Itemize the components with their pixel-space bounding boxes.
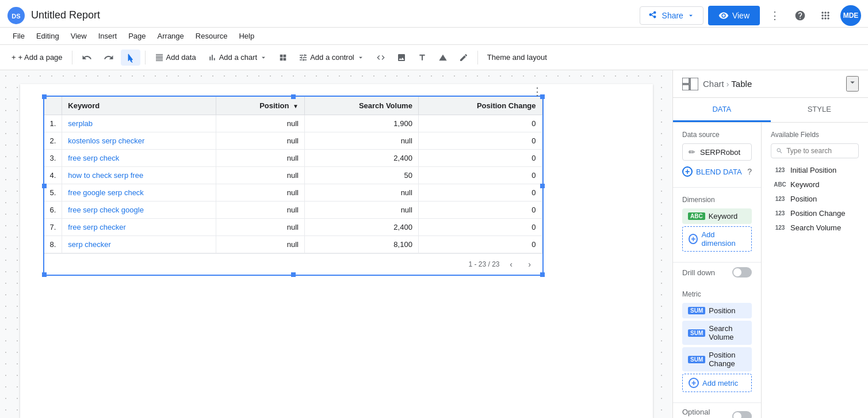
optional-metrics-row: Optional metrics xyxy=(673,403,761,418)
row-search-volume: 2,400 xyxy=(304,150,418,167)
field-name: Initial Position xyxy=(790,166,836,174)
add-metric-button[interactable]: + Add metric xyxy=(682,374,752,392)
more-options-button[interactable]: ⋮ xyxy=(764,5,785,26)
top-actions: Share View ⋮ MDE xyxy=(640,5,861,26)
search-field-container xyxy=(771,143,859,158)
shape-button[interactable] xyxy=(434,50,452,65)
blend-data-help-icon[interactable]: ? xyxy=(747,167,752,176)
menu-editing[interactable]: Editing xyxy=(30,29,65,43)
blend-data-button[interactable]: + BLEND DATA ? xyxy=(682,164,752,179)
resize-handle-mr[interactable] xyxy=(540,184,545,188)
data-source-item[interactable]: ✏ SERPRobot xyxy=(682,143,752,161)
redo-button[interactable] xyxy=(99,50,118,66)
resize-handle-tl[interactable] xyxy=(42,94,47,99)
text-button[interactable] xyxy=(413,50,431,65)
row-position: null xyxy=(216,184,304,202)
menu-help[interactable]: Help xyxy=(233,29,260,43)
panel-chart-icon xyxy=(682,78,698,90)
resize-handle-ml[interactable] xyxy=(42,184,47,188)
metric-label: Search Volume xyxy=(709,324,746,341)
menu-arrange[interactable]: Arrange xyxy=(152,29,190,43)
avatar[interactable]: MDE xyxy=(840,5,861,26)
draw-button[interactable] xyxy=(454,50,473,65)
table-row: 1. serplab null 1,900 0 xyxy=(44,115,542,132)
resize-handle-tm[interactable] xyxy=(291,94,296,99)
metric-pill[interactable]: SUMPosition xyxy=(682,303,752,318)
field-list-item[interactable]: 123Position Change xyxy=(771,206,859,221)
select-tool-button[interactable] xyxy=(121,50,140,66)
image-button[interactable] xyxy=(392,50,411,65)
theme-layout-button[interactable]: Theme and layout xyxy=(483,50,552,64)
code-button[interactable] xyxy=(372,50,390,65)
row-position-change: 0 xyxy=(418,150,542,167)
add-chart-label: Add a chart xyxy=(219,53,258,62)
metric-pill[interactable]: SUMSearch Volume xyxy=(682,321,752,345)
resize-handle-tr[interactable] xyxy=(540,94,545,99)
breadcrumb-table: Table xyxy=(731,79,752,89)
available-fields-panel: Available Fields 123Initial PositionABCK… xyxy=(762,123,868,418)
page-next-button[interactable]: › xyxy=(523,257,537,271)
row-keyword[interactable]: how to check serp free xyxy=(62,167,216,184)
add-dimension-button[interactable]: + Add dimension xyxy=(682,226,752,252)
row-keyword[interactable]: serp checker xyxy=(62,236,216,253)
field-list-item[interactable]: 123Position xyxy=(771,192,859,206)
share-button[interactable]: Share xyxy=(640,6,703,25)
pencil-icon: ✏ xyxy=(689,147,695,157)
row-keyword[interactable]: free serp check google xyxy=(62,202,216,219)
field-type-icon: ABC xyxy=(773,181,787,188)
help-button[interactable] xyxy=(790,5,810,26)
menu-view[interactable]: View xyxy=(65,29,93,43)
undo-button[interactable] xyxy=(77,50,97,66)
row-keyword[interactable]: kostenlos serp checker xyxy=(62,132,216,150)
search-input[interactable] xyxy=(786,147,854,155)
panel-expand-button[interactable] xyxy=(846,76,859,92)
tab-data[interactable]: DATA xyxy=(673,98,771,122)
data-table: Keyword Position ▼ Search Volume Positio… xyxy=(44,97,542,253)
blend-data-plus-icon: + xyxy=(682,166,693,177)
apps-button[interactable] xyxy=(815,5,836,26)
report-page: ⋮ Keyword Position ▼ xyxy=(20,84,653,418)
add-control-extra-button[interactable] xyxy=(274,51,292,64)
col-position-change[interactable]: Position Change xyxy=(418,97,542,115)
canvas-area[interactable]: ⋮ Keyword Position ▼ xyxy=(0,70,672,418)
menu-insert[interactable]: Insert xyxy=(93,29,123,43)
panel-body: Data source ✏ SERPRobot + BLEND DATA ? D… xyxy=(673,123,868,418)
row-keyword[interactable]: free serp checker xyxy=(62,219,216,236)
resize-handle-bl[interactable] xyxy=(42,272,47,277)
share-label: Share xyxy=(662,11,683,20)
panel-left: Data source ✏ SERPRobot + BLEND DATA ? D… xyxy=(673,123,762,418)
field-list-item[interactable]: 123Initial Position xyxy=(771,163,859,177)
row-keyword[interactable]: free google serp check xyxy=(62,184,216,202)
optional-metrics-toggle[interactable] xyxy=(732,411,752,418)
resize-handle-bm[interactable] xyxy=(291,272,296,277)
dimension-field[interactable]: ABC Keyword xyxy=(682,208,752,224)
menu-page[interactable]: Page xyxy=(123,29,151,43)
drill-down-row: Drill down xyxy=(673,263,761,282)
panel-header: Chart › Table xyxy=(673,70,868,98)
col-search-volume[interactable]: Search Volume xyxy=(304,97,418,115)
field-list: 123Initial PositionABCKeyword123Position… xyxy=(771,163,859,235)
add-control-button[interactable]: Add a control xyxy=(294,50,369,65)
row-position: null xyxy=(216,132,304,150)
resize-handle-br[interactable] xyxy=(540,272,545,277)
add-data-button[interactable]: Add data xyxy=(150,50,201,65)
drill-down-toggle[interactable] xyxy=(732,267,752,278)
add-page-button[interactable]: + + Add a page xyxy=(7,50,67,64)
page-prev-button[interactable]: ‹ xyxy=(504,257,518,271)
field-list-item[interactable]: 123Search Volume xyxy=(771,221,859,235)
col-keyword[interactable]: Keyword xyxy=(62,97,216,115)
row-num: 1. xyxy=(44,115,62,132)
col-position[interactable]: Position ▼ xyxy=(216,97,304,115)
menu-resource[interactable]: Resource xyxy=(190,29,234,43)
optional-metrics-label: Optional metrics xyxy=(682,408,732,418)
add-chart-button[interactable]: Add a chart xyxy=(203,50,273,65)
row-keyword[interactable]: free serp check xyxy=(62,150,216,167)
menu-file[interactable]: File xyxy=(7,29,30,43)
row-keyword[interactable]: serplab xyxy=(62,115,216,132)
view-button[interactable]: View xyxy=(708,6,760,25)
field-list-item[interactable]: ABCKeyword xyxy=(771,177,859,192)
tab-style[interactable]: STYLE xyxy=(771,98,869,122)
metric-pill[interactable]: SUMPosition Change xyxy=(682,347,752,371)
row-num: 8. xyxy=(44,236,62,253)
table-row: 2. kostenlos serp checker null null 0 xyxy=(44,132,542,150)
